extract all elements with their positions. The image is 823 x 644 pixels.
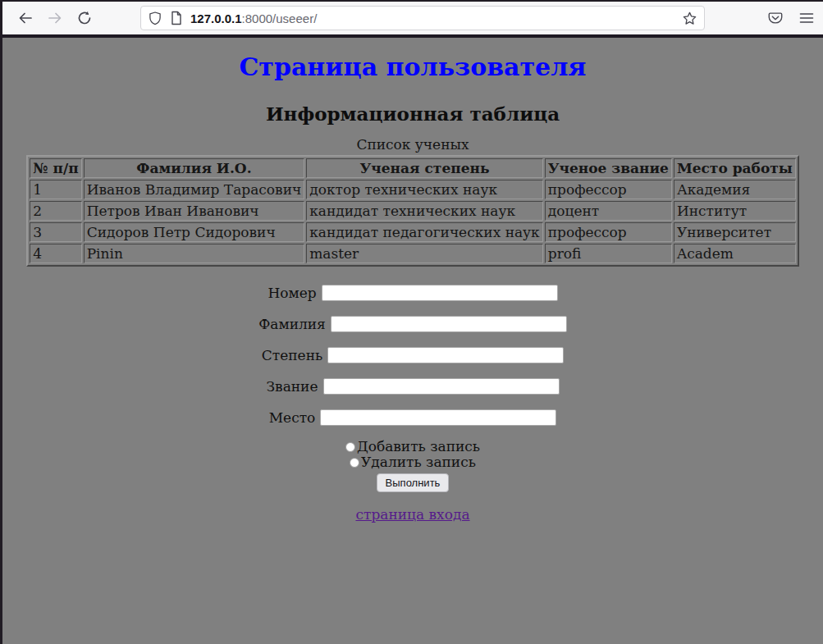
cell-surname: Pinin bbox=[84, 244, 305, 263]
login-page-link[interactable]: страница входа bbox=[355, 506, 469, 523]
table-row: 4 Pinin master profi Academ bbox=[30, 244, 796, 263]
cell-workplace: Университет bbox=[674, 222, 796, 242]
column-header-workplace: Место работы bbox=[674, 158, 796, 178]
cell-degree: кандидат технических наук bbox=[306, 201, 543, 221]
cell-surname: Петров Иван Иванович bbox=[84, 201, 305, 221]
degree-label: Степень bbox=[262, 347, 322, 363]
column-header-surname: Фамилия И.О. bbox=[84, 158, 305, 178]
cell-degree: кандидат педагогических наук bbox=[306, 222, 543, 242]
menu-hamburger-icon[interactable] bbox=[798, 10, 815, 26]
cell-surname: Иванов Владимир Тарасович bbox=[84, 180, 305, 199]
reload-button[interactable] bbox=[71, 5, 98, 31]
cell-rank: profi bbox=[545, 244, 672, 263]
execute-button[interactable]: Выполнить bbox=[377, 473, 450, 492]
table-row: 2 Петров Иван Иванович кандидат техничес… bbox=[30, 201, 796, 221]
radio-add-icon[interactable] bbox=[345, 442, 355, 452]
page-info-icon[interactable] bbox=[170, 11, 183, 25]
browser-window: 127.0.0.1:8000/useeer/ Стра bbox=[0, 0, 823, 644]
column-header-degree: Ученая степень bbox=[306, 158, 543, 178]
record-form: Номер Фамилия Степень Звание Место Добав… bbox=[2, 283, 823, 492]
table-header-row: № п/п Фамилия И.О. Ученая степень Ученое… bbox=[30, 158, 796, 178]
cell-number: 1 bbox=[30, 180, 82, 199]
radio-add-record[interactable]: Добавить запись bbox=[2, 439, 823, 454]
cell-workplace: Институт bbox=[674, 201, 796, 221]
forward-button[interactable] bbox=[42, 5, 68, 31]
number-label: Номер bbox=[267, 285, 316, 301]
column-header-rank: Ученое звание bbox=[545, 158, 672, 178]
url-host: 127.0.0.1 bbox=[190, 11, 242, 25]
table-caption: Список ученых bbox=[2, 136, 823, 153]
cell-number: 2 bbox=[30, 201, 82, 221]
number-input[interactable] bbox=[322, 285, 558, 301]
radio-delete-icon[interactable] bbox=[350, 458, 359, 468]
url-text: 127.0.0.1:8000/useeer/ bbox=[190, 11, 675, 25]
form-row-surname: Фамилия bbox=[2, 314, 823, 332]
shield-icon[interactable] bbox=[148, 11, 162, 25]
surname-input[interactable] bbox=[331, 316, 567, 332]
form-row-number: Номер bbox=[2, 283, 823, 301]
back-arrow-icon bbox=[17, 10, 34, 26]
scientists-table: № п/п Фамилия И.О. Ученая степень Ученое… bbox=[26, 155, 799, 267]
form-row-rank: Звание bbox=[2, 377, 823, 395]
cell-workplace: Академия bbox=[674, 180, 796, 199]
url-bar[interactable]: 127.0.0.1:8000/useeer/ bbox=[140, 6, 705, 30]
bookmark-star-icon[interactable] bbox=[682, 11, 697, 26]
forward-arrow-icon bbox=[47, 10, 63, 26]
workplace-label: Место bbox=[269, 409, 316, 426]
pocket-icon[interactable] bbox=[767, 10, 784, 26]
cell-degree: master bbox=[306, 244, 543, 263]
degree-input[interactable] bbox=[327, 347, 564, 363]
cell-number: 4 bbox=[30, 244, 82, 263]
url-path: :8000/useeer/ bbox=[242, 11, 318, 25]
rank-label: Звание bbox=[266, 378, 318, 395]
cell-rank: профессор bbox=[545, 222, 672, 242]
page-title: Страница пользователя bbox=[2, 53, 823, 81]
reload-icon bbox=[76, 10, 93, 26]
cell-surname: Сидоров Петр Сидорович bbox=[84, 222, 305, 242]
radio-delete-record[interactable]: Удалить запись bbox=[2, 454, 823, 470]
browser-toolbar: 127.0.0.1:8000/useeer/ bbox=[2, 2, 823, 34]
surname-label: Фамилия bbox=[258, 316, 326, 332]
column-header-number: № п/п bbox=[30, 158, 82, 178]
rank-input[interactable] bbox=[323, 378, 560, 395]
cell-number: 3 bbox=[30, 222, 82, 242]
cell-rank: доцент bbox=[545, 201, 672, 221]
table-row: 1 Иванов Владимир Тарасович доктор техни… bbox=[30, 180, 796, 199]
page-content: Страница пользователя Информационная таб… bbox=[2, 38, 823, 642]
cell-degree: доктор технических наук bbox=[306, 180, 543, 199]
cell-rank: профессор bbox=[545, 180, 672, 199]
workplace-input[interactable] bbox=[320, 409, 556, 426]
radio-delete-label: Удалить запись bbox=[361, 454, 476, 470]
form-row-degree: Степень bbox=[2, 345, 823, 363]
radio-add-label: Добавить запись bbox=[357, 438, 480, 454]
page-subtitle: Информационная таблица bbox=[2, 103, 823, 125]
form-row-workplace: Место bbox=[2, 408, 823, 426]
action-radio-group: Добавить запись Удалить запись bbox=[2, 439, 823, 470]
cell-workplace: Academ bbox=[674, 244, 796, 263]
back-button[interactable] bbox=[12, 5, 39, 31]
table-row: 3 Сидоров Петр Сидорович кандидат педаго… bbox=[30, 222, 796, 242]
